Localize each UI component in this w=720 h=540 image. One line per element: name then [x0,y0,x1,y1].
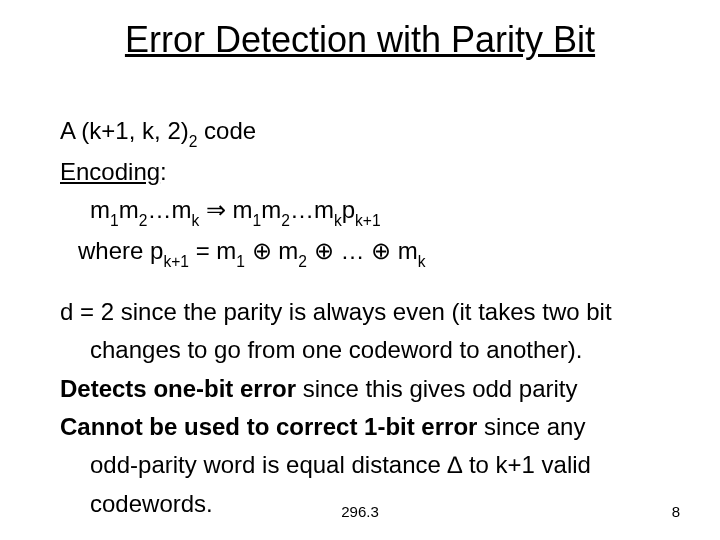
cannot-line-cont1: odd-parity word is equal distance ∆ to k… [60,449,670,481]
subscript: k [334,212,342,229]
footer-center: 296.3 [0,503,720,520]
subscript: 2 [139,212,148,229]
text: m [261,196,281,223]
text: since this gives odd parity [296,375,577,402]
slide: Error Detection with Parity Bit A (k+1, … [0,0,720,540]
text: since any [477,413,585,440]
cannot-line: Cannot be used to correct 1-bit error si… [60,411,670,443]
subscript: 2 [281,212,290,229]
page-number: 8 [672,503,680,520]
subscript: 1 [110,212,119,229]
encoding-label: Encoding [60,158,160,185]
text: A (k+1, k, 2) [60,117,189,144]
text: p [342,196,355,223]
text-bold: Detects one-bit error [60,375,296,402]
subscript: 1 [253,212,262,229]
text: … [340,237,371,264]
arrow-icon: ⇒ [199,196,232,223]
text: m [278,237,298,264]
subscript: 2 [189,133,198,150]
text: odd-parity word is equal distance ∆ to k… [90,451,591,478]
slide-title: Error Detection with Parity Bit [0,20,720,60]
subscript: 2 [298,253,307,270]
encoding-label-line: Encoding: [60,156,670,188]
text-bold: Cannot be used to correct 1-bit error [60,413,477,440]
d2-line: d = 2 since the parity is always even (i… [60,296,670,328]
text: m [171,196,191,223]
spacer [60,276,670,296]
subscript: 1 [236,253,245,270]
xor-icon: ⊕ [245,237,278,264]
where-line: where pk+1 = m1 ⊕ m2 ⊕ … ⊕ mk [60,235,670,270]
xor-icon: ⊕ [307,237,340,264]
text: code [197,117,256,144]
text: m [119,196,139,223]
subscript: k [191,212,199,229]
subscript: k+1 [163,253,189,270]
encoding-map-line: m1m2…mk ⇒ m1m2…mkpk+1 [60,194,670,229]
text: m [398,237,418,264]
text: : [160,158,167,185]
detects-line: Detects one-bit error since this gives o… [60,373,670,405]
xor-icon: ⊕ [371,237,398,264]
text: m [233,196,253,223]
subscript: k [418,253,426,270]
code-spec-line: A (k+1, k, 2)2 code [60,115,670,150]
text: where p [78,237,163,264]
text: … [290,196,314,223]
text: m [90,196,110,223]
text: … [147,196,171,223]
slide-body: A (k+1, k, 2)2 code Encoding: m1m2…mk ⇒ … [60,115,670,526]
text: changes to go from one codeword to anoth… [90,336,582,363]
text: = m [189,237,236,264]
text: d = 2 since the parity is always even (i… [60,298,612,325]
text: m [314,196,334,223]
subscript: k+1 [355,212,381,229]
d2-line-cont: changes to go from one codeword to anoth… [60,334,670,366]
